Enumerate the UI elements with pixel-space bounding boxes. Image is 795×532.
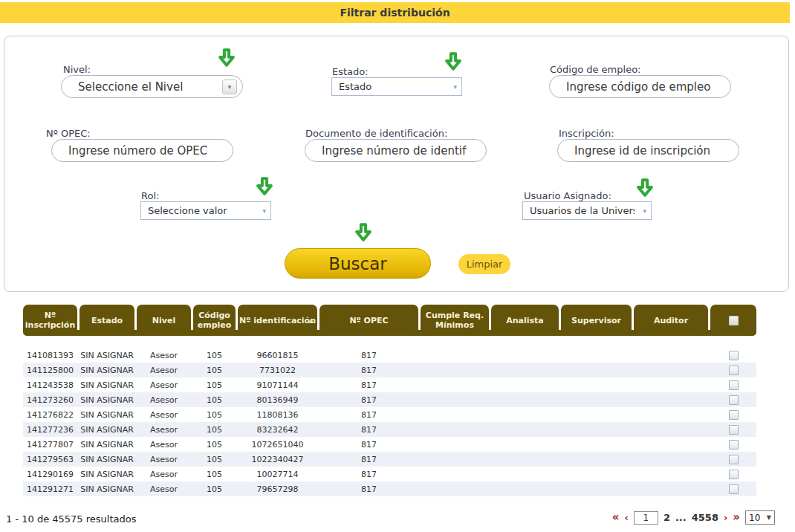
table-cell: 817 <box>319 422 418 437</box>
table-header: Nº inscripción Estado Nivel Código emple… <box>23 305 756 336</box>
table-cell <box>421 481 489 496</box>
column-header-select-all[interactable] <box>710 305 756 336</box>
row-checkbox[interactable] <box>729 380 739 390</box>
table-cell: 105 <box>193 467 236 481</box>
table-cell: 817 <box>319 437 418 452</box>
next-page-icon[interactable]: › <box>724 513 727 522</box>
row-checkbox[interactable] <box>729 470 739 479</box>
limpiar-button[interactable]: Limpiar <box>458 254 510 274</box>
table-cell: SIN ASIGNAR <box>80 377 134 392</box>
column-header-inscripcion[interactable]: Nº inscripción <box>23 305 77 336</box>
table-cell: SIN ASIGNAR <box>80 481 134 496</box>
table-cell: 91071144 <box>238 377 317 392</box>
green-down-arrow-icon <box>218 48 236 68</box>
estado-select[interactable]: Estado ▾ <box>331 77 462 96</box>
table-cell: 141277807 <box>23 437 77 452</box>
inscripcion-label: Inscripción: <box>559 128 614 139</box>
table-cell <box>421 452 489 467</box>
codigo-empleo-input[interactable] <box>549 75 731 98</box>
table-cell: 10027714 <box>238 467 317 481</box>
column-header-identificacion[interactable]: Nº identificación ▲ <box>238 305 317 336</box>
table-cell: SIN ASIGNAR <box>80 452 134 467</box>
table-cell: 83232642 <box>238 422 317 437</box>
usuario-asignado-select[interactable]: Usuarios de la Universida ▾ <box>522 201 652 220</box>
table-cell: 141273260 <box>23 392 77 407</box>
table-cell: 141125800 <box>23 363 77 377</box>
column-header-supervisor[interactable]: Supervisor <box>561 305 632 336</box>
table-cell <box>491 437 559 452</box>
column-header-cumple-req[interactable]: Cumple Req. Mínimos <box>421 305 489 336</box>
chevron-down-icon[interactable]: ▾ <box>453 83 457 91</box>
table-cell: 105 <box>193 348 236 363</box>
page-2-link[interactable]: 2 <box>663 512 670 523</box>
column-header-opec[interactable]: Nº OPEC <box>319 305 418 336</box>
chevron-down-icon[interactable]: ▾ <box>643 207 646 215</box>
column-header-analista[interactable]: Analista <box>491 305 559 336</box>
last-page-icon[interactable]: » <box>733 512 740 523</box>
table-cell <box>634 348 708 363</box>
table-cell: 141277236 <box>23 422 77 437</box>
page-size-select[interactable]: 10 ▼ <box>745 510 775 525</box>
table-row: 141277807SIN ASIGNARAsesor10510726510408… <box>23 437 756 452</box>
row-checkbox[interactable] <box>729 440 739 450</box>
buscar-button[interactable]: Buscar <box>285 248 431 279</box>
table-cell: 1022340427 <box>238 452 317 467</box>
table-cell <box>561 437 632 452</box>
table-cell: SIN ASIGNAR <box>80 422 134 437</box>
select-all-checkbox[interactable] <box>729 316 739 325</box>
table-cell: Asesor <box>137 422 191 437</box>
current-page-input[interactable]: 1 <box>634 511 658 525</box>
opec-input[interactable] <box>51 139 233 162</box>
table-row: 141290169SIN ASIGNARAsesor10510027714817 <box>23 467 756 481</box>
table-cell <box>561 377 632 392</box>
table-cell: Asesor <box>137 363 191 377</box>
row-checkbox[interactable] <box>729 484 739 494</box>
chevron-down-icon[interactable]: ▾ <box>262 207 266 215</box>
sort-asc-icon[interactable]: ▲ <box>309 316 314 325</box>
pagination: « ‹ 1 2 ... 4558 › » 10 ▼ <box>612 510 775 525</box>
row-checkbox[interactable] <box>729 351 739 360</box>
table-cell <box>421 407 489 422</box>
row-checkbox[interactable] <box>729 410 739 420</box>
first-page-icon[interactable]: « <box>612 512 620 523</box>
rol-select[interactable]: Seleccione valor ▾ <box>140 201 271 220</box>
table-cell: 105 <box>193 392 236 407</box>
row-checkbox[interactable] <box>729 425 739 435</box>
table-cell <box>561 452 632 467</box>
table-cell <box>491 407 559 422</box>
table-row: 141081393SIN ASIGNARAsesor10596601815817 <box>23 348 756 363</box>
table-cell-checkbox <box>710 363 756 377</box>
prev-page-icon[interactable]: ‹ <box>625 513 629 522</box>
chevron-down-icon[interactable]: ▾ <box>222 80 237 94</box>
table-row: 141125800SIN ASIGNARAsesor1057731022817 <box>23 363 756 377</box>
column-header-codigo-empleo[interactable]: Código empleo <box>193 305 236 336</box>
table-cell <box>491 422 559 437</box>
row-checkbox[interactable] <box>729 395 739 405</box>
last-page-link[interactable]: 4558 <box>692 512 718 523</box>
table-row: 141291271SIN ASIGNARAsesor10579657298817 <box>23 481 756 496</box>
documento-input[interactable] <box>305 139 487 162</box>
page-title-bar: Filtrar distribución <box>0 2 790 23</box>
table-cell <box>421 377 489 392</box>
table-cell <box>491 467 559 481</box>
caret-down-icon: ▼ <box>767 514 771 521</box>
table-cell: SIN ASIGNAR <box>80 467 134 481</box>
row-checkbox[interactable] <box>729 366 739 375</box>
inscripcion-input[interactable] <box>557 139 739 162</box>
table-row: 141277236SIN ASIGNARAsesor10583232642817 <box>23 422 756 437</box>
table-cell <box>634 407 708 422</box>
nivel-select[interactable]: Seleccione el Nivel ▾ <box>61 75 243 98</box>
column-header-nivel[interactable]: Nivel <box>137 305 191 336</box>
table-cell: 1072651040 <box>238 437 317 452</box>
table-cell: SIN ASIGNAR <box>80 407 134 422</box>
table-cell: Asesor <box>137 377 191 392</box>
column-header-auditor[interactable]: Auditor <box>634 305 708 336</box>
row-checkbox[interactable] <box>729 455 739 464</box>
table-cell: Asesor <box>137 392 191 407</box>
estado-label: Estado: <box>332 66 369 77</box>
table-cell <box>491 377 559 392</box>
page: Filtrar distribución Nivel: Seleccione e… <box>0 0 795 532</box>
column-header-estado[interactable]: Estado <box>80 305 134 336</box>
table-cell <box>561 363 632 377</box>
green-down-arrow-icon <box>256 176 273 196</box>
